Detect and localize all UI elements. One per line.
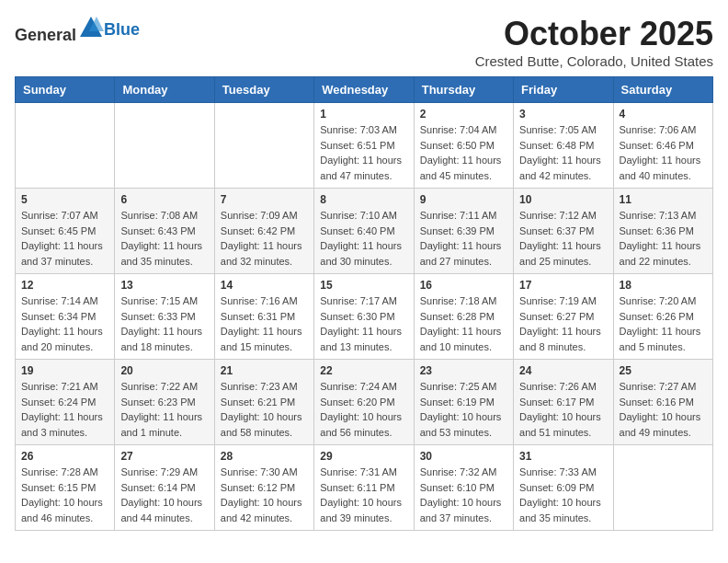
day-number: 23 — [420, 364, 507, 377]
day-info: Sunrise: 7:18 AM Sunset: 6:28 PM Dayligh… — [420, 293, 507, 354]
day-info: Sunrise: 7:07 AM Sunset: 6:45 PM Dayligh… — [21, 208, 108, 269]
calendar-cell: 23Sunrise: 7:25 AM Sunset: 6:19 PM Dayli… — [414, 360, 513, 445]
calendar-cell: 27Sunrise: 7:29 AM Sunset: 6:14 PM Dayli… — [115, 445, 214, 531]
day-header-friday: Friday — [514, 77, 613, 103]
calendar-table: SundayMondayTuesdayWednesdayThursdayFrid… — [15, 76, 713, 531]
logo-icon — [78, 15, 104, 40]
calendar-cell: 26Sunrise: 7:28 AM Sunset: 6:15 PM Dayli… — [16, 445, 115, 531]
calendar-cell: 24Sunrise: 7:26 AM Sunset: 6:17 PM Dayli… — [514, 360, 613, 445]
day-number: 4 — [620, 108, 707, 121]
day-number: 12 — [21, 279, 108, 292]
logo-general: General — [15, 26, 76, 44]
calendar-header-row: SundayMondayTuesdayWednesdayThursdayFrid… — [16, 77, 713, 103]
calendar-cell: 21Sunrise: 7:23 AM Sunset: 6:21 PM Dayli… — [214, 360, 313, 445]
day-info: Sunrise: 7:12 AM Sunset: 6:37 PM Dayligh… — [519, 208, 607, 269]
day-number: 25 — [620, 364, 707, 377]
day-number: 13 — [120, 279, 208, 292]
day-number: 10 — [519, 193, 607, 206]
day-info: Sunrise: 7:25 AM Sunset: 6:19 PM Dayligh… — [420, 379, 507, 440]
day-number: 14 — [221, 279, 308, 292]
day-number: 9 — [420, 193, 507, 206]
day-header-wednesday: Wednesday — [314, 77, 414, 103]
day-info: Sunrise: 7:08 AM Sunset: 6:43 PM Dayligh… — [120, 208, 208, 269]
calendar-week-row: 5Sunrise: 7:07 AM Sunset: 6:45 PM Daylig… — [16, 189, 713, 274]
calendar-cell: 19Sunrise: 7:21 AM Sunset: 6:24 PM Dayli… — [16, 360, 115, 445]
day-header-monday: Monday — [115, 77, 214, 103]
calendar-cell: 9Sunrise: 7:11 AM Sunset: 6:39 PM Daylig… — [414, 189, 513, 274]
day-info: Sunrise: 7:27 AM Sunset: 6:16 PM Dayligh… — [620, 379, 707, 440]
calendar-cell — [613, 445, 712, 531]
calendar-cell — [115, 103, 214, 189]
day-info: Sunrise: 7:17 AM Sunset: 6:30 PM Dayligh… — [320, 293, 407, 354]
calendar-cell: 20Sunrise: 7:22 AM Sunset: 6:23 PM Dayli… — [115, 360, 214, 445]
day-number: 19 — [21, 364, 108, 377]
day-info: Sunrise: 7:22 AM Sunset: 6:23 PM Dayligh… — [120, 379, 208, 440]
day-number: 26 — [21, 450, 108, 463]
day-number: 21 — [221, 364, 308, 377]
logo: General Blue — [15, 15, 140, 45]
month-title: October 2025 — [475, 15, 713, 53]
day-info: Sunrise: 7:28 AM Sunset: 6:15 PM Dayligh… — [21, 465, 108, 525]
calendar-cell — [16, 103, 115, 189]
day-header-tuesday: Tuesday — [214, 77, 313, 103]
day-number: 28 — [221, 450, 308, 463]
calendar-cell — [214, 103, 313, 189]
calendar-cell: 28Sunrise: 7:30 AM Sunset: 6:12 PM Dayli… — [214, 445, 313, 531]
page-header: General Blue October 2025 Crested Butte,… — [15, 15, 713, 69]
day-number: 18 — [620, 279, 707, 292]
calendar-cell: 8Sunrise: 7:10 AM Sunset: 6:40 PM Daylig… — [314, 189, 414, 274]
day-number: 5 — [21, 193, 108, 206]
calendar-cell: 29Sunrise: 7:31 AM Sunset: 6:11 PM Dayli… — [314, 445, 414, 531]
day-info: Sunrise: 7:13 AM Sunset: 6:36 PM Dayligh… — [620, 208, 707, 269]
calendar-cell: 25Sunrise: 7:27 AM Sunset: 6:16 PM Dayli… — [613, 360, 712, 445]
day-info: Sunrise: 7:10 AM Sunset: 6:40 PM Dayligh… — [320, 208, 407, 269]
day-number: 17 — [519, 279, 607, 292]
calendar-cell: 15Sunrise: 7:17 AM Sunset: 6:30 PM Dayli… — [314, 274, 414, 360]
day-info: Sunrise: 7:05 AM Sunset: 6:48 PM Dayligh… — [519, 122, 607, 183]
calendar-cell: 6Sunrise: 7:08 AM Sunset: 6:43 PM Daylig… — [115, 189, 214, 274]
day-number: 7 — [221, 193, 308, 206]
day-info: Sunrise: 7:21 AM Sunset: 6:24 PM Dayligh… — [21, 379, 108, 440]
calendar-week-row: 12Sunrise: 7:14 AM Sunset: 6:34 PM Dayli… — [16, 274, 713, 360]
day-info: Sunrise: 7:06 AM Sunset: 6:46 PM Dayligh… — [620, 122, 707, 183]
calendar-cell: 12Sunrise: 7:14 AM Sunset: 6:34 PM Dayli… — [16, 274, 115, 360]
day-number: 3 — [519, 108, 607, 121]
day-info: Sunrise: 7:15 AM Sunset: 6:33 PM Dayligh… — [120, 293, 208, 354]
day-info: Sunrise: 7:32 AM Sunset: 6:10 PM Dayligh… — [420, 465, 507, 525]
day-number: 11 — [620, 193, 707, 206]
day-number: 15 — [320, 279, 407, 292]
day-number: 2 — [420, 108, 507, 121]
calendar-cell: 16Sunrise: 7:18 AM Sunset: 6:28 PM Dayli… — [414, 274, 513, 360]
day-number: 8 — [320, 193, 407, 206]
day-info: Sunrise: 7:04 AM Sunset: 6:50 PM Dayligh… — [420, 122, 507, 183]
calendar-cell: 11Sunrise: 7:13 AM Sunset: 6:36 PM Dayli… — [613, 189, 712, 274]
day-info: Sunrise: 7:03 AM Sunset: 6:51 PM Dayligh… — [320, 122, 407, 183]
day-number: 1 — [320, 108, 407, 121]
day-number: 16 — [420, 279, 507, 292]
day-info: Sunrise: 7:26 AM Sunset: 6:17 PM Dayligh… — [519, 379, 607, 440]
calendar-cell: 22Sunrise: 7:24 AM Sunset: 6:20 PM Dayli… — [314, 360, 414, 445]
day-number: 20 — [120, 364, 208, 377]
day-info: Sunrise: 7:16 AM Sunset: 6:31 PM Dayligh… — [221, 293, 308, 354]
logo-blue: Blue — [104, 20, 140, 40]
day-info: Sunrise: 7:20 AM Sunset: 6:26 PM Dayligh… — [620, 293, 707, 354]
day-info: Sunrise: 7:31 AM Sunset: 6:11 PM Dayligh… — [320, 465, 407, 525]
day-info: Sunrise: 7:33 AM Sunset: 6:09 PM Dayligh… — [519, 465, 607, 525]
day-header-saturday: Saturday — [613, 77, 712, 103]
calendar-cell: 1Sunrise: 7:03 AM Sunset: 6:51 PM Daylig… — [314, 103, 414, 189]
calendar-week-row: 19Sunrise: 7:21 AM Sunset: 6:24 PM Dayli… — [16, 360, 713, 445]
day-number: 31 — [519, 450, 607, 463]
title-area: October 2025 Crested Butte, Colorado, Un… — [475, 15, 713, 69]
day-number: 6 — [120, 193, 208, 206]
calendar-cell: 10Sunrise: 7:12 AM Sunset: 6:37 PM Dayli… — [514, 189, 613, 274]
day-info: Sunrise: 7:11 AM Sunset: 6:39 PM Dayligh… — [420, 208, 507, 269]
day-number: 22 — [320, 364, 407, 377]
calendar-cell: 18Sunrise: 7:20 AM Sunset: 6:26 PM Dayli… — [613, 274, 712, 360]
calendar-cell: 7Sunrise: 7:09 AM Sunset: 6:42 PM Daylig… — [214, 189, 313, 274]
day-info: Sunrise: 7:29 AM Sunset: 6:14 PM Dayligh… — [120, 465, 208, 525]
day-header-thursday: Thursday — [414, 77, 513, 103]
calendar-cell: 14Sunrise: 7:16 AM Sunset: 6:31 PM Dayli… — [214, 274, 313, 360]
day-number: 27 — [120, 450, 208, 463]
calendar-cell: 2Sunrise: 7:04 AM Sunset: 6:50 PM Daylig… — [414, 103, 513, 189]
location-title: Crested Butte, Colorado, United States — [475, 53, 713, 69]
